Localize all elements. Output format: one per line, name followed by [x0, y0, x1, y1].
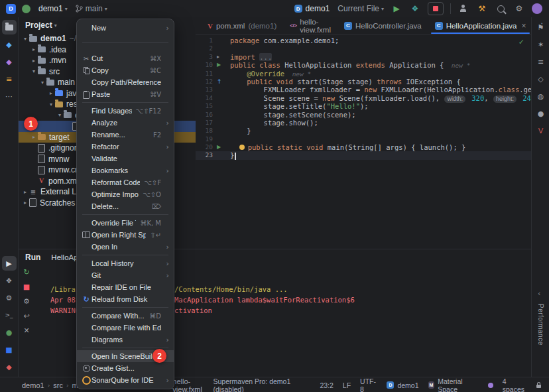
stop-button[interactable] [428, 2, 444, 15]
user-avatar[interactable] [532, 3, 542, 14]
clear-icon[interactable]: ✕ [23, 326, 29, 335]
chevron-open-icon[interactable]: ▾ [38, 80, 46, 86]
build-icon[interactable]: ⚙ [23, 297, 30, 306]
debug-icon[interactable]: ❖ [2, 273, 17, 288]
indent-widget[interactable]: 4 spaces [503, 377, 527, 392]
menu-item-local-history[interactable]: Local History› [77, 257, 174, 269]
menu-item-compare-file-with-editor[interactable]: Compare File with Editor [77, 322, 174, 334]
pull-requests-icon[interactable]: ◆ [2, 54, 17, 69]
menu-item-find-usages[interactable]: Find Usages⌥⇧F12 [77, 105, 174, 117]
dependencies-icon[interactable]: ● [2, 325, 17, 340]
fold-icon[interactable]: ▸ [217, 53, 219, 61]
line-ending[interactable]: LF [343, 381, 351, 389]
gradle-icon[interactable]: ◇ [534, 72, 548, 86]
menu-item-diagrams[interactable]: Diagrams› [77, 334, 174, 346]
services-icon[interactable]: ⚙ [2, 291, 17, 305]
menu-item-open-in[interactable]: Open In› [77, 241, 174, 253]
code-editor[interactable]: 1package com.example.demo1;23▸import ...… [196, 34, 531, 249]
menu-item-git[interactable]: Git› [77, 269, 174, 281]
search-everywhere-button[interactable] [495, 3, 507, 15]
chevron-open-icon[interactable]: ▾ [56, 112, 64, 118]
plugins-icon[interactable]: ■ [2, 342, 17, 357]
tab-hellocontroller-java[interactable]: CHelloController.java [337, 17, 428, 34]
maven-icon[interactable]: V [534, 123, 548, 138]
code-text: package com.example.demo1; [230, 36, 339, 44]
stop-icon[interactable]: ■ [23, 283, 30, 291]
encoding[interactable]: UTF-8 [360, 377, 377, 392]
chevron-open-icon[interactable]: ▾ [21, 36, 29, 42]
commit-icon[interactable]: ◆ [2, 37, 17, 52]
readonly-widget[interactable] [536, 382, 541, 388]
menu-item-cut[interactable]: ✂Cut⌘X [77, 52, 174, 64]
menu-item-rename-[interactable]: Rename...F2 [77, 129, 174, 141]
build-tools-button[interactable]: ⚒ [476, 3, 488, 15]
soft-wrap-icon[interactable]: ↩ [23, 312, 29, 320]
menu-item-paste[interactable]: Paste⌘V [77, 88, 174, 100]
project-widget[interactable]: demo1 ▾ [38, 4, 68, 13]
intention-bulb-icon[interactable] [239, 145, 245, 150]
chevron-closed-icon[interactable]: ▸ [30, 58, 38, 64]
run-configuration-widget[interactable]: D demo1 [294, 4, 330, 13]
run-line-icon[interactable]: ▶ [217, 61, 221, 69]
project-icon[interactable] [2, 20, 17, 34]
module-widget[interactable]: Ddemo1 [387, 381, 418, 389]
ai-assistant-icon[interactable]: ✶ [534, 37, 548, 52]
code-with-me-button[interactable] [457, 3, 469, 15]
menu-item-open-in-right-split[interactable]: Open in Right Split⇧↵ [77, 229, 174, 241]
endpoints-icon[interactable]: ◍ [534, 89, 548, 103]
chevron-open-icon[interactable]: ▾ [47, 101, 55, 107]
plugin-widget-icon[interactable] [22, 5, 30, 13]
menu-item-analyze[interactable]: Analyze› [77, 117, 174, 129]
chevron-closed-icon[interactable]: ▸ [21, 200, 29, 206]
menu-item-copy-path-reference-[interactable]: Copy Path/Reference... [77, 76, 174, 88]
tab-pom-xml[interactable]: Vpom.xml (demo1) [201, 17, 283, 34]
menu-item-sonarqube-for-ide[interactable]: SonarQube for IDE› [77, 374, 174, 386]
tab-options-icon[interactable]: ⋮ [532, 17, 549, 34]
chevron-open-icon[interactable]: ▾ [30, 68, 38, 74]
settings-button[interactable]: ⚙ [513, 3, 525, 15]
run-line-icon[interactable]: ▶ [217, 143, 221, 151]
status-dot[interactable] [488, 383, 493, 388]
menu-item-optimize-imports[interactable]: Optimize Imports⌥⇧O [77, 188, 174, 200]
chevron-closed-icon[interactable]: ▸ [30, 46, 38, 52]
terminal-icon[interactable]: >_ [2, 308, 17, 322]
run-icon[interactable]: ▶ [2, 256, 17, 271]
menu-item-compare-with-[interactable]: Compare With...⌘D [77, 310, 174, 322]
menu-item-refactor[interactable]: Refactor› [77, 141, 174, 153]
debug-button[interactable]: ❖ [409, 3, 421, 15]
menu-item-delete-[interactable]: Delete...⌦ [77, 200, 174, 212]
close-tab-icon[interactable]: × [521, 21, 526, 31]
theme-widget[interactable]: MMaterial Space [428, 377, 479, 392]
tab-helloapplication-java[interactable]: CHelloApplication.java× [428, 17, 533, 34]
breadcrumb-item[interactable]: demo1 [22, 381, 44, 389]
performance-tool-label[interactable]: Performance [537, 304, 544, 346]
menu-item-repair-ide-on-file[interactable]: Repair IDE on File [77, 281, 174, 293]
run-button[interactable]: ▶ [391, 3, 402, 15]
menu-item-reformat-code[interactable]: Reformat Code⌥⇧F [77, 176, 174, 188]
menu-item-new[interactable]: New› [77, 22, 174, 34]
menu-item-override-file-type[interactable]: Override File Type⌘K, M [77, 217, 174, 229]
supermaven-status[interactable]: Supermaven Pro: demo1 (disabled) [213, 377, 311, 392]
chevron-closed-icon[interactable]: ▸ [30, 134, 38, 140]
caret-position[interactable]: 23:2 [320, 381, 333, 389]
override-marker-icon[interactable]: ↑ [217, 78, 222, 86]
more-tool-windows-icon[interactable]: ⋯ [2, 89, 17, 103]
menu-item-bookmarks[interactable]: Bookmarks› [77, 164, 174, 176]
menu-item-reload-from-disk[interactable]: ↻Reload from Disk [77, 293, 174, 305]
documentation-icon[interactable]: ● [534, 106, 548, 121]
rerun-icon[interactable]: ↻ [23, 268, 29, 277]
menu-item-create-gist-[interactable]: Create Gist... [77, 362, 174, 374]
database-icon[interactable]: ≡ [534, 54, 548, 69]
collapse-stripe-icon[interactable]: ‹ [538, 289, 540, 298]
run-mode-selector[interactable]: Current File ▾ [337, 4, 384, 13]
tab-hello-view-fxml[interactable]: </>hello-view.fxml [283, 17, 337, 34]
breadcrumb-item[interactable]: src [53, 381, 63, 389]
project-avatar-icon[interactable]: D [6, 4, 16, 14]
vcs-branch-widget[interactable]: main ▾ [76, 4, 107, 13]
problems-icon[interactable]: ◆ [2, 359, 17, 374]
structure-icon[interactable]: ≡ [2, 72, 17, 86]
chevron-closed-icon[interactable]: ▸ [47, 90, 55, 96]
menu-item-copy[interactable]: Copy⌘C [77, 64, 174, 76]
chevron-closed-icon[interactable]: ▸ [21, 189, 29, 195]
menu-item-validate[interactable]: Validate [77, 153, 174, 164]
